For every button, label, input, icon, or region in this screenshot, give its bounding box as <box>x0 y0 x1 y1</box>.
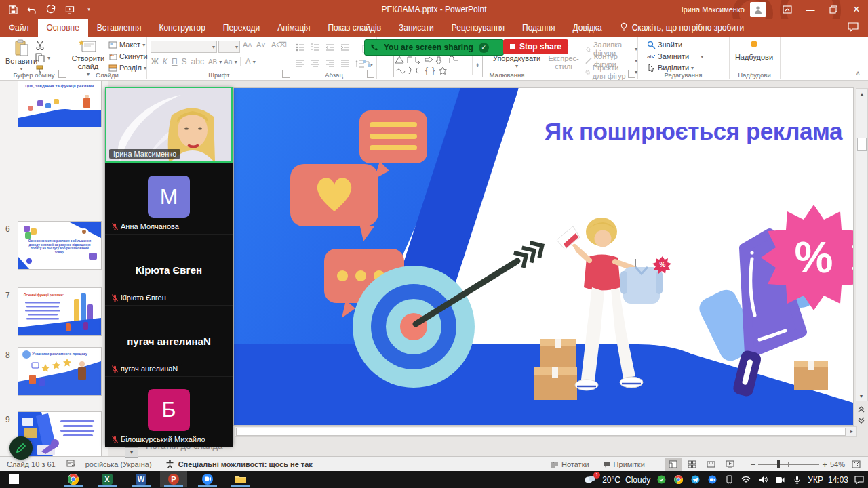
undo-icon[interactable] <box>26 3 38 16</box>
weather-icon[interactable]: 1 <box>584 474 597 486</box>
participant-tile[interactable]: Кірюта Євген Кірюта Євген <box>105 234 233 305</box>
taskbar-explorer[interactable] <box>226 471 254 487</box>
fit-slide-button[interactable] <box>848 458 864 471</box>
taskbar-zoom[interactable] <box>194 471 221 487</box>
start-slideshow-icon[interactable] <box>64 3 76 16</box>
zoom-slider[interactable] <box>758 464 819 465</box>
weather-condition[interactable]: Cloudy <box>625 475 650 485</box>
replace-button[interactable]: abЗамінити▾ <box>647 52 703 60</box>
zoom-in-button[interactable]: + <box>822 460 827 470</box>
slideshow-view-button[interactable] <box>722 458 738 471</box>
bold-button[interactable]: Ж <box>149 57 161 66</box>
restore-button[interactable] <box>822 0 845 19</box>
previous-slide-button[interactable] <box>856 404 867 415</box>
align-right-icon[interactable] <box>326 58 335 70</box>
usb-device-icon[interactable] <box>723 472 735 487</box>
minimize-button[interactable]: — <box>799 0 822 19</box>
copy-dropdown[interactable]: ▾ <box>47 55 50 61</box>
numbering-icon[interactable] <box>311 42 320 54</box>
slide-canvas[interactable]: % <box>234 88 853 425</box>
zoom-annotate-button[interactable] <box>9 436 33 460</box>
scroll-down-icon[interactable]: ▾ <box>856 391 866 401</box>
participant-video-tile[interactable]: Ірина Максименко <box>105 87 233 163</box>
panel-collapse-button[interactable]: ▾ <box>125 447 138 458</box>
find-button[interactable]: Знайти <box>647 41 682 49</box>
tell-me-box[interactable]: Скажіть, що потрібно зробити <box>611 19 753 37</box>
zoom-out-button[interactable]: − <box>751 460 756 470</box>
action-center-icon[interactable] <box>853 472 865 487</box>
vertical-scrollbar[interactable]: ▴ ▾ <box>856 88 868 401</box>
strikethrough-button[interactable]: abc <box>189 57 206 66</box>
align-center-icon[interactable] <box>311 58 320 70</box>
character-spacing-button[interactable]: АВ <box>206 58 219 66</box>
wifi-icon[interactable] <box>740 472 752 487</box>
thumbnail-slide-5[interactable]: Цілі, завдання та функції реклами <box>18 81 102 127</box>
clock[interactable]: 14:03 <box>828 475 848 485</box>
spellcheck-icon[interactable] <box>66 460 76 469</box>
slide-sorter-view-button[interactable] <box>684 458 701 471</box>
bullets-icon[interactable] <box>296 42 305 54</box>
scroll-up-icon[interactable]: ▴ <box>856 89 867 98</box>
close-button[interactable]: × <box>845 0 868 19</box>
vertical-scroll-thumb[interactable] <box>857 138 867 151</box>
start-button[interactable] <box>0 471 27 487</box>
account-user-name[interactable]: Ірина Максименко <box>682 5 745 14</box>
tab-design[interactable]: Конструктор <box>150 19 214 37</box>
font-color-button[interactable]: А <box>243 57 253 66</box>
zoom-level[interactable]: 54% <box>830 460 845 468</box>
increase-indent-icon[interactable] <box>340 42 350 54</box>
font-dialog-launcher[interactable] <box>282 70 290 78</box>
convert-smartart-icon[interactable] <box>362 58 372 70</box>
save-icon[interactable] <box>7 3 19 16</box>
reset-button[interactable]: Скинути <box>108 52 148 60</box>
camera-icon[interactable] <box>774 472 786 487</box>
speaker-icon[interactable] <box>757 472 769 487</box>
notes-toggle[interactable]: Нотатки <box>545 460 595 468</box>
reading-view-button[interactable] <box>703 458 719 471</box>
tab-record[interactable]: Записати <box>390 19 443 37</box>
taskbar-chrome[interactable] <box>60 471 87 487</box>
redo-icon[interactable] <box>45 3 57 16</box>
italic-button[interactable]: К <box>161 57 170 66</box>
change-case-dropdown[interactable]: ▾ <box>235 59 237 65</box>
shrink-font-button[interactable]: А˅ <box>256 41 266 49</box>
copy-button[interactable] <box>35 53 45 65</box>
next-slide-button[interactable] <box>856 415 867 426</box>
tab-view[interactable]: Подання <box>513 19 564 37</box>
scroll-right-icon[interactable]: ▸ <box>847 427 856 435</box>
tray-zoom-icon[interactable] <box>706 472 718 487</box>
addins-button[interactable]: Надбудови <box>733 41 775 61</box>
participant-tile[interactable]: Б Білошкурський Михайло <box>105 376 233 447</box>
tray-chrome-icon[interactable] <box>672 472 684 487</box>
clipboard-dialog-launcher[interactable] <box>58 70 66 78</box>
taskbar-excel[interactable]: X <box>94 471 121 487</box>
font-name-box[interactable]: ▾ <box>151 41 217 53</box>
tab-slideshow[interactable]: Показ слайдів <box>319 19 390 37</box>
taskbar-word[interactable]: W <box>127 471 155 487</box>
text-shadow-button[interactable]: S <box>180 57 189 66</box>
thumbnail-slide-7[interactable]: Основні функції реклами: <box>18 287 102 336</box>
qat-customize-icon[interactable]: ▾ <box>83 3 95 16</box>
clear-formatting-button[interactable]: А⌫ <box>271 41 287 49</box>
comments-toggle[interactable]: Примітки <box>597 460 650 468</box>
weather-temp[interactable]: 20°C <box>602 475 620 485</box>
justify-icon[interactable] <box>340 58 350 70</box>
collapse-ribbon-icon[interactable]: ˄ <box>856 70 860 77</box>
microphone-icon[interactable] <box>791 472 803 487</box>
cut-button[interactable] <box>35 41 45 53</box>
tray-green-app-icon[interactable] <box>655 472 667 487</box>
avatar[interactable] <box>750 2 766 17</box>
tab-insert[interactable]: Вставлення <box>88 19 151 37</box>
paste-button[interactable]: Вставити▾ <box>5 39 37 73</box>
align-left-icon[interactable] <box>296 58 305 70</box>
taskbar-powerpoint-active[interactable]: P <box>160 471 187 487</box>
tab-file[interactable]: Файл <box>0 19 38 37</box>
ribbon-display-options-icon[interactable] <box>776 0 799 19</box>
thumbnail-slide-6[interactable]: Основною метою реклами є збільшення дохо… <box>18 221 102 270</box>
decrease-indent-icon[interactable] <box>326 42 335 54</box>
zoom-slider-thumb[interactable] <box>777 460 780 468</box>
tab-transitions[interactable]: Переходи <box>214 19 269 37</box>
language-indicator[interactable]: російська (Україна) <box>85 460 152 468</box>
tab-home[interactable]: Основне <box>38 19 88 37</box>
drawing-dialog-launcher[interactable] <box>628 70 635 78</box>
